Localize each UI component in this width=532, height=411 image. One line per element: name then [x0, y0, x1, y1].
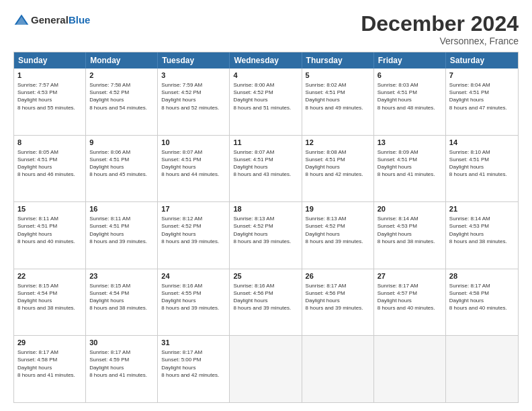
day-number: 25 — [233, 271, 298, 281]
header-day-friday: Friday — [374, 52, 446, 68]
header-day-wednesday: Wednesday — [230, 52, 302, 68]
location: Versonnex, France — [361, 36, 519, 46]
day-number: 15 — [17, 204, 82, 214]
day-number: 27 — [378, 271, 442, 281]
cell-info: Sunrise: 8:11 AMSunset: 4:51 PMDaylight … — [17, 215, 82, 245]
day-cell-30: 30Sunrise: 8:17 AMSunset: 4:59 PMDayligh… — [86, 336, 158, 402]
day-number: 24 — [161, 271, 226, 281]
day-number: 22 — [17, 271, 82, 281]
month-title: December 2024 — [361, 12, 519, 36]
cell-info: Sunrise: 8:08 AMSunset: 4:51 PMDaylight … — [306, 148, 370, 179]
page: GeneralBlue December 2024 Versonnex, Fra… — [0, 0, 532, 411]
day-cell-26: 26Sunrise: 8:17 AMSunset: 4:56 PMDayligh… — [302, 269, 374, 336]
cell-info: Sunrise: 8:13 AMSunset: 4:52 PMDaylight … — [306, 215, 370, 245]
cell-info: Sunrise: 8:17 AMSunset: 5:00 PMDaylight … — [161, 349, 226, 379]
calendar-body: 1Sunrise: 7:57 AMSunset: 4:53 PMDaylight… — [14, 68, 518, 402]
day-number: 19 — [306, 204, 370, 214]
cell-info: Sunrise: 8:14 AMSunset: 4:53 PMDaylight … — [378, 215, 442, 245]
day-cell-4: 4Sunrise: 8:00 AMSunset: 4:52 PMDaylight… — [230, 68, 302, 135]
cell-info: Sunrise: 8:16 AMSunset: 4:56 PMDaylight … — [233, 282, 298, 312]
day-cell-8: 8Sunrise: 8:05 AMSunset: 4:51 PMDaylight… — [14, 136, 86, 202]
cell-info: Sunrise: 8:05 AMSunset: 4:51 PMDaylight … — [17, 148, 82, 179]
logo: GeneralBlue — [13, 12, 90, 28]
cell-info: Sunrise: 8:04 AMSunset: 4:51 PMDaylight … — [449, 81, 515, 111]
day-number: 2 — [89, 71, 154, 81]
cell-info: Sunrise: 8:15 AMSunset: 4:54 PMDaylight … — [89, 282, 154, 312]
day-number: 3 — [161, 71, 226, 81]
day-number: 8 — [17, 138, 82, 148]
day-cell-11: 11Sunrise: 8:07 AMSunset: 4:51 PMDayligh… — [230, 136, 302, 202]
cell-info: Sunrise: 7:57 AMSunset: 4:53 PMDaylight … — [17, 81, 82, 111]
logo-brand: GeneralBlue — [13, 12, 90, 28]
day-number: 21 — [449, 204, 515, 214]
day-cell-19: 19Sunrise: 8:13 AMSunset: 4:52 PMDayligh… — [302, 202, 374, 269]
day-number: 11 — [233, 138, 298, 148]
day-cell-27: 27Sunrise: 8:17 AMSunset: 4:57 PMDayligh… — [374, 269, 446, 336]
cell-info: Sunrise: 7:58 AMSunset: 4:52 PMDaylight … — [89, 81, 154, 111]
day-cell-15: 15Sunrise: 8:11 AMSunset: 4:51 PMDayligh… — [14, 202, 86, 269]
day-number: 13 — [378, 138, 442, 148]
logo-icon — [13, 12, 30, 28]
day-cell-28: 28Sunrise: 8:17 AMSunset: 4:58 PMDayligh… — [446, 269, 518, 336]
cell-info: Sunrise: 8:13 AMSunset: 4:52 PMDaylight … — [233, 215, 298, 245]
day-number: 17 — [161, 204, 226, 214]
day-cell-2: 2Sunrise: 7:58 AMSunset: 4:52 PMDaylight… — [86, 68, 158, 135]
cell-info: Sunrise: 8:07 AMSunset: 4:51 PMDaylight … — [161, 148, 226, 179]
day-cell-17: 17Sunrise: 8:12 AMSunset: 4:52 PMDayligh… — [158, 202, 230, 269]
cell-info: Sunrise: 8:02 AMSunset: 4:51 PMDaylight … — [306, 81, 370, 111]
cell-info: Sunrise: 8:16 AMSunset: 4:55 PMDaylight … — [161, 282, 226, 312]
day-cell-5: 5Sunrise: 8:02 AMSunset: 4:51 PMDaylight… — [302, 68, 374, 135]
day-number: 23 — [89, 271, 154, 281]
day-number: 10 — [161, 138, 226, 148]
day-number: 5 — [306, 71, 370, 81]
day-number: 14 — [449, 138, 515, 148]
calendar-row-1: 1Sunrise: 7:57 AMSunset: 4:53 PMDaylight… — [14, 68, 518, 136]
empty-cell — [374, 336, 446, 402]
day-cell-29: 29Sunrise: 8:17 AMSunset: 4:58 PMDayligh… — [14, 336, 86, 402]
empty-cell — [302, 336, 374, 402]
header-day-tuesday: Tuesday — [158, 52, 230, 68]
logo-blue-text: Blue — [69, 14, 91, 26]
day-number: 12 — [306, 138, 370, 148]
calendar-header: SundayMondayTuesdayWednesdayThursdayFrid… — [14, 52, 518, 68]
cell-info: Sunrise: 8:12 AMSunset: 4:52 PMDaylight … — [161, 215, 226, 245]
day-cell-14: 14Sunrise: 8:10 AMSunset: 4:51 PMDayligh… — [446, 136, 518, 202]
calendar-row-2: 8Sunrise: 8:05 AMSunset: 4:51 PMDaylight… — [14, 136, 518, 203]
day-number: 26 — [306, 271, 370, 281]
day-number: 1 — [17, 71, 82, 81]
header-day-monday: Monday — [86, 52, 158, 68]
day-cell-21: 21Sunrise: 8:14 AMSunset: 4:53 PMDayligh… — [446, 202, 518, 269]
cell-info: Sunrise: 8:10 AMSunset: 4:51 PMDaylight … — [449, 148, 515, 179]
header: GeneralBlue December 2024 Versonnex, Fra… — [13, 12, 519, 46]
title-block: December 2024 Versonnex, France — [361, 12, 519, 46]
cell-info: Sunrise: 8:00 AMSunset: 4:52 PMDaylight … — [233, 81, 298, 111]
day-cell-6: 6Sunrise: 8:03 AMSunset: 4:51 PMDaylight… — [374, 68, 446, 135]
cell-info: Sunrise: 8:17 AMSunset: 4:58 PMDaylight … — [17, 349, 82, 379]
day-cell-22: 22Sunrise: 8:15 AMSunset: 4:54 PMDayligh… — [14, 269, 86, 336]
day-cell-18: 18Sunrise: 8:13 AMSunset: 4:52 PMDayligh… — [230, 202, 302, 269]
day-number: 18 — [233, 204, 298, 214]
day-number: 4 — [233, 71, 298, 81]
day-cell-16: 16Sunrise: 8:11 AMSunset: 4:51 PMDayligh… — [86, 202, 158, 269]
day-number: 29 — [17, 338, 82, 348]
calendar-row-4: 22Sunrise: 8:15 AMSunset: 4:54 PMDayligh… — [14, 269, 518, 336]
day-cell-1: 1Sunrise: 7:57 AMSunset: 4:53 PMDaylight… — [14, 68, 86, 135]
day-number: 16 — [89, 204, 154, 214]
logo-general-text: General — [31, 14, 69, 26]
day-number: 6 — [378, 71, 442, 81]
day-cell-24: 24Sunrise: 8:16 AMSunset: 4:55 PMDayligh… — [158, 269, 230, 336]
day-cell-25: 25Sunrise: 8:16 AMSunset: 4:56 PMDayligh… — [230, 269, 302, 336]
header-day-sunday: Sunday — [14, 52, 86, 68]
day-cell-31: 31Sunrise: 8:17 AMSunset: 5:00 PMDayligh… — [158, 336, 230, 402]
day-cell-20: 20Sunrise: 8:14 AMSunset: 4:53 PMDayligh… — [374, 202, 446, 269]
day-number: 9 — [89, 138, 154, 148]
day-cell-10: 10Sunrise: 8:07 AMSunset: 4:51 PMDayligh… — [158, 136, 230, 202]
day-cell-12: 12Sunrise: 8:08 AMSunset: 4:51 PMDayligh… — [302, 136, 374, 202]
day-cell-23: 23Sunrise: 8:15 AMSunset: 4:54 PMDayligh… — [86, 269, 158, 336]
cell-info: Sunrise: 8:07 AMSunset: 4:51 PMDaylight … — [233, 148, 298, 179]
day-number: 20 — [378, 204, 442, 214]
calendar: SundayMondayTuesdayWednesdayThursdayFrid… — [13, 52, 519, 403]
empty-cell — [230, 336, 302, 402]
cell-info: Sunrise: 8:14 AMSunset: 4:53 PMDaylight … — [449, 215, 515, 245]
cell-info: Sunrise: 8:06 AMSunset: 4:51 PMDaylight … — [89, 148, 154, 179]
